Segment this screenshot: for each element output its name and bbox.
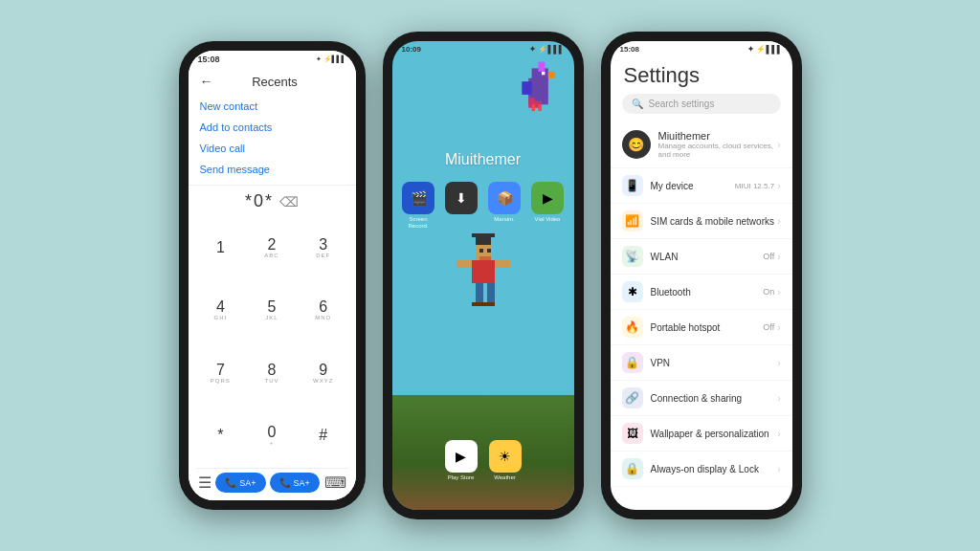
time-1: 15:08	[198, 55, 220, 64]
new-contact-link[interactable]: New contact	[200, 100, 345, 112]
svg-rect-19	[476, 283, 483, 302]
keypad: 1 2ABC 3DEF 4GHI 5JKL 6MNO 7PQRS 8TUV 9W…	[196, 217, 348, 466]
settings-item-connection-sharing[interactable]: 🔗 Connection & sharing ›	[611, 381, 792, 416]
hotspot-chevron-icon: ›	[777, 322, 780, 333]
svg-rect-15	[479, 256, 491, 260]
app-download[interactable]: ⬇	[443, 182, 480, 230]
pixel-character-icon	[445, 233, 522, 329]
app-weather[interactable]: ☀ Weather	[486, 440, 524, 481]
app-marsim[interactable]: 📦 Marsim.	[486, 182, 523, 230]
wlan-icon: 📡	[622, 246, 643, 267]
profile-name: Miuithemer	[658, 130, 778, 142]
app-screen-recorder[interactable]: 🎬 ScreenRecord.	[400, 182, 437, 230]
connection-sharing-icon: 🔗	[622, 387, 643, 408]
status-icons-2: ✦ ⚡▌▌▌	[529, 45, 564, 54]
key-star[interactable]: *	[196, 406, 246, 467]
connection-sharing-chevron-icon: ›	[777, 393, 780, 404]
svg-rect-7	[531, 104, 534, 111]
wallpaper-label: Wallpaper & personalization	[651, 429, 778, 439]
svg-rect-10	[472, 233, 495, 237]
recents-panel: ← Recents New contact Add to contacts Vi…	[189, 66, 356, 186]
dialer-actions: ☰ 📞 SA+ 📞 SA+ ⌨	[196, 468, 348, 496]
mydevice-chevron-icon: ›	[777, 181, 780, 191]
recents-links: New contact Add to contacts Video call S…	[200, 99, 345, 177]
svg-rect-4	[522, 81, 531, 95]
mydevice-icon: 📱	[622, 175, 643, 196]
svg-rect-3	[541, 72, 544, 75]
key-4[interactable]: 4GHI	[196, 280, 246, 342]
key-6[interactable]: 6MNO	[299, 280, 348, 342]
homescreen-username: Miuithemer	[392, 151, 574, 168]
svg-rect-22	[483, 302, 495, 306]
send-message-link[interactable]: Send message	[200, 164, 345, 175]
always-on-label: Always-on display & Lock	[651, 464, 778, 474]
menu-icon[interactable]: ☰	[198, 474, 212, 492]
svg-rect-8	[538, 104, 541, 111]
connection-sharing-label: Connection & sharing	[651, 393, 778, 404]
vpn-chevron-icon: ›	[777, 358, 780, 368]
wallpaper-chevron-icon: ›	[777, 429, 780, 439]
vpn-label: VPN	[651, 358, 778, 368]
svg-rect-9	[538, 62, 545, 72]
settings-title: Settings	[611, 55, 792, 94]
key-2[interactable]: 2ABC	[247, 217, 297, 278]
app-vial-video[interactable]: ▶ Vial Video	[529, 182, 567, 230]
vpn-icon: 🔒	[622, 352, 643, 373]
recents-header: ← Recents	[200, 74, 345, 89]
bluetooth-chevron-icon: ›	[777, 287, 780, 298]
status-bar-1: 15:08 ✦ ⚡▌▌▌	[189, 51, 356, 66]
settings-item-mydevice[interactable]: 📱 My device MIUI 12.5.7 ›	[611, 168, 792, 204]
key-5[interactable]: 5JKL	[247, 280, 297, 342]
key-1[interactable]: 1	[196, 217, 246, 278]
key-hash[interactable]: #	[299, 406, 348, 467]
time-3: 15:08	[620, 45, 639, 54]
dialer-input[interactable]: *0*	[245, 191, 274, 211]
bluetooth-label: Bluetooth	[651, 287, 764, 298]
video-call-link[interactable]: Video call	[200, 143, 345, 154]
recents-title: Recents	[221, 75, 345, 89]
phone-homescreen: 10:09 ✦ ⚡▌▌▌	[383, 32, 584, 519]
settings-search-bar[interactable]: 🔍 Search settings	[622, 94, 781, 114]
search-icon: 🔍	[632, 99, 643, 109]
settings-item-wlan[interactable]: 📡 WLAN Off ›	[611, 239, 792, 275]
settings-list: 😊 Miuithemer Manage accounts, cloud serv…	[611, 121, 792, 510]
svg-rect-20	[487, 283, 495, 302]
app-playstore[interactable]: ▶ Play Store	[442, 440, 480, 481]
call-button-2[interactable]: 📞 SA+	[270, 473, 320, 493]
settings-item-always-on[interactable]: 🔒 Always-on display & Lock ›	[611, 452, 792, 487]
always-on-icon: 🔒	[622, 458, 643, 479]
settings-screen: 15:08 ✦ ⚡▌▌▌ Settings 🔍 Search settings …	[611, 41, 792, 510]
back-button[interactable]: ←	[200, 74, 213, 89]
homescreen: 10:09 ✦ ⚡▌▌▌	[392, 41, 574, 510]
key-9[interactable]: 9WXYZ	[299, 342, 348, 404]
dialer-input-row: *0* ⌫	[196, 191, 348, 211]
settings-item-wallpaper[interactable]: 🖼 Wallpaper & personalization ›	[611, 416, 792, 452]
profile-chevron-icon: ›	[777, 140, 780, 150]
wlan-status: Off	[763, 252, 774, 261]
sim-icon: 📶	[622, 210, 643, 231]
call-button-1[interactable]: 📞 SA+	[215, 473, 265, 493]
settings-item-vpn[interactable]: 🔒 VPN ›	[611, 345, 792, 381]
settings-profile-item[interactable]: 😊 Miuithemer Manage accounts, cloud serv…	[611, 121, 792, 168]
sim-chevron-icon: ›	[777, 216, 780, 227]
add-to-contacts-link[interactable]: Add to contacts	[200, 121, 345, 133]
keypad-toggle-icon[interactable]: ⌨	[324, 474, 346, 492]
key-3[interactable]: 3DEF	[299, 217, 348, 278]
status-bar-2: 10:09 ✦ ⚡▌▌▌	[392, 41, 574, 55]
search-placeholder: Search settings	[649, 99, 715, 109]
avatar: 😊	[622, 130, 651, 159]
bluetooth-icon: ✱	[622, 281, 643, 302]
key-7[interactable]: 7PQRS	[196, 342, 246, 404]
settings-item-sim[interactable]: 📶 SIM cards & mobile networks ›	[611, 204, 792, 239]
status-icons-1: ✦ ⚡▌▌▌	[316, 55, 346, 63]
settings-item-hotspot[interactable]: 🔥 Portable hotspot Off ›	[611, 310, 792, 345]
backspace-button[interactable]: ⌫	[279, 194, 299, 209]
key-0[interactable]: 0+	[247, 406, 297, 467]
wlan-chevron-icon: ›	[777, 252, 780, 262]
settings-item-bluetooth[interactable]: ✱ Bluetooth On ›	[611, 275, 792, 310]
mydevice-badge: MIUI 12.5.7	[735, 182, 774, 190]
hotspot-icon: 🔥	[622, 317, 643, 338]
status-bar-3: 15:08 ✦ ⚡▌▌▌	[611, 41, 792, 55]
key-8[interactable]: 8TUV	[247, 342, 297, 404]
phone-settings: 15:08 ✦ ⚡▌▌▌ Settings 🔍 Search settings …	[601, 32, 802, 519]
